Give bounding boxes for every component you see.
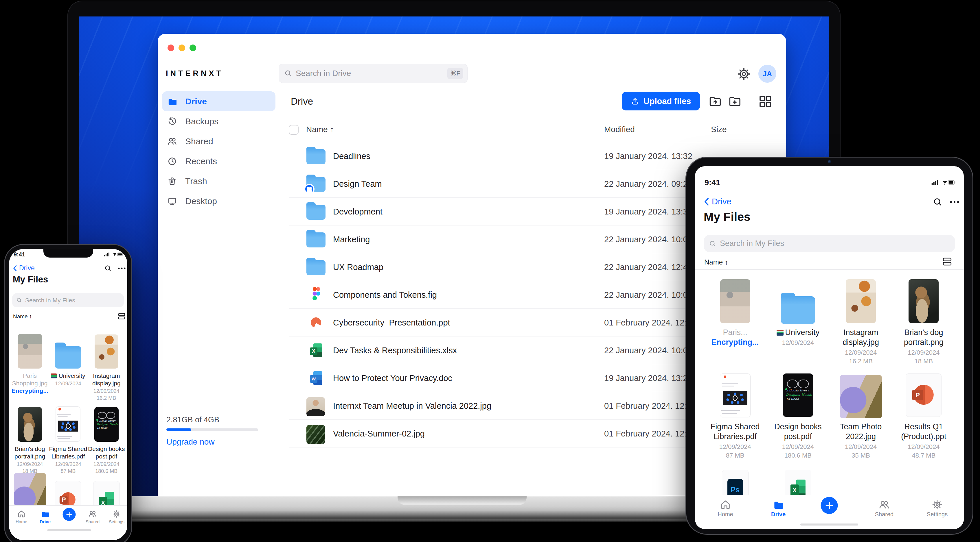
sidebar-item-label: Recents xyxy=(185,156,217,166)
column-modified[interactable]: Modified xyxy=(604,125,635,134)
nav-settings[interactable]: Settings xyxy=(927,499,948,518)
sort-by-name[interactable]: Name ↑ xyxy=(704,258,728,266)
sidebar-item-recents[interactable]: Recents xyxy=(162,151,275,171)
file-date: 12/09/2024 xyxy=(830,348,892,357)
nav-home[interactable]: Home xyxy=(718,499,733,518)
file-icon xyxy=(306,397,325,416)
sidebar-item-label: Shared xyxy=(185,136,213,146)
file-thumbnail: Ps xyxy=(840,375,882,418)
search-input[interactable]: Search in Drive ⌘F xyxy=(278,64,468,83)
file-name: Team Photo 2022.jpg xyxy=(830,422,892,441)
file-modified: 22 January 2024. 12:44 xyxy=(604,262,692,272)
grid-item[interactable]: Ps Paris... Encrypting... xyxy=(711,279,759,374)
file-thumbnail: Ps xyxy=(55,346,81,369)
grid-item[interactable]: Ps Figma Shared Libraries.pdf 12/09/2024… xyxy=(49,406,87,481)
grid-item[interactable]: Ps Team Photo 2022.jpg 12/09/2024 35 MB xyxy=(830,374,892,465)
file-modified: 22 January 2024. 09:2 xyxy=(604,179,688,189)
file-name: Components and Tokens.fig xyxy=(333,290,437,300)
add-button[interactable] xyxy=(63,508,76,521)
close-window-button[interactable] xyxy=(167,44,174,51)
nav-drive[interactable]: Drive xyxy=(40,510,51,524)
search-placeholder: Search in My Files xyxy=(720,239,784,248)
grid-view-button[interactable] xyxy=(759,95,772,108)
more-options-icon[interactable] xyxy=(118,267,126,269)
books-icon xyxy=(51,374,57,379)
nav-drive[interactable]: Drive xyxy=(771,499,786,518)
file-modified: 22 January 2024. 10:08 xyxy=(604,290,692,300)
grid-item[interactable]: Ps University 12/09/2024 xyxy=(776,279,820,374)
back-label: Drive xyxy=(19,264,35,272)
sidebar-item-label: Drive xyxy=(185,97,207,106)
phone-device: 9:41 Drive My Files Search in My Files N… xyxy=(5,245,131,542)
sidebar-item-label: Desktop xyxy=(185,196,217,206)
tablet-device: 9:41 Drive My Files Search in My Files N… xyxy=(686,157,972,534)
laptop-lid-notch xyxy=(398,496,527,505)
file-icon xyxy=(306,257,326,277)
add-button[interactable] xyxy=(821,497,838,514)
search-input[interactable]: Search in My Files xyxy=(12,293,124,307)
grid-item[interactable]: Ps Figma Shared Libraries.pdf 12/09/2024… xyxy=(704,374,766,465)
file-icon xyxy=(306,229,326,250)
file-grid: Ps Paris... Encrypting... xyxy=(704,279,955,529)
home-indicator[interactable] xyxy=(48,529,91,531)
settings-gear-button[interactable] xyxy=(737,67,751,81)
sidebar-item-shared[interactable]: Shared xyxy=(162,131,275,151)
list-view-toggle[interactable] xyxy=(943,258,951,266)
select-all-checkbox[interactable] xyxy=(289,125,299,135)
glasses-icon xyxy=(98,410,115,419)
file-name: University xyxy=(776,328,820,338)
sidebar-item-drive[interactable]: Drive xyxy=(162,91,275,111)
nav-shared[interactable]: Shared xyxy=(875,499,894,518)
back-button[interactable]: Drive xyxy=(704,197,732,206)
search-icon[interactable] xyxy=(933,197,943,207)
folder-icon xyxy=(167,97,177,106)
upload-folder-button[interactable] xyxy=(709,95,722,107)
powerpoint-icon xyxy=(61,492,75,507)
divider xyxy=(9,322,127,322)
more-options-icon[interactable] xyxy=(950,201,959,203)
sort-by-name[interactable]: Name ↑ xyxy=(13,313,32,320)
upgrade-link[interactable]: Upgrade now xyxy=(166,437,262,447)
new-folder-button[interactable] xyxy=(728,95,741,107)
page-title: Drive xyxy=(291,96,313,107)
grid-item[interactable]: Ps Brian's dog portrait.png 12/09/2024 1… xyxy=(892,279,955,374)
sidebar-item-backups[interactable]: Backups xyxy=(162,111,275,131)
nav-home[interactable]: Home xyxy=(16,510,27,524)
minimize-window-button[interactable] xyxy=(178,44,185,51)
grid-item[interactable]: 5 Books EveryDesigner NeedsTo Read Ps De… xyxy=(88,406,126,481)
sidebar-divider xyxy=(278,87,278,496)
file-thumbnail: 5 Books EveryDesigner NeedsTo Read Ps xyxy=(94,407,119,442)
avatar[interactable]: JA xyxy=(758,65,776,83)
grid-item[interactable]: Ps Brian's dog portrait.png 12/09/2024 1… xyxy=(11,406,49,481)
list-view-toggle[interactable] xyxy=(118,313,125,319)
grid-item[interactable]: Ps Instagram display.jpg 12/09/2024 16.2… xyxy=(830,279,892,374)
people-icon xyxy=(167,136,177,146)
toolbar-divider xyxy=(750,95,750,107)
header-divider xyxy=(158,87,786,87)
nav-shared[interactable]: Shared xyxy=(86,510,100,524)
upload-files-button[interactable]: Upload files xyxy=(622,92,700,111)
search-icon[interactable] xyxy=(104,265,112,272)
file-date: 12/09/2024 xyxy=(88,388,126,395)
back-button[interactable]: Drive xyxy=(13,264,35,272)
column-size[interactable]: Size xyxy=(711,125,727,134)
file-size: 48.7 MB xyxy=(892,451,955,460)
grid-item[interactable]: Ps Instagram display.jpg 12/09/2024 16.2… xyxy=(88,333,126,406)
grid-item[interactable]: Ps Results Q1 (Product).ppt 12/09/2024 4… xyxy=(892,374,955,465)
sidebar-item-label: Backups xyxy=(185,116,218,126)
nav-settings[interactable]: Settings xyxy=(109,510,124,524)
search-icon xyxy=(709,240,716,247)
file-modified: 22 January 2024. 10:08 xyxy=(604,345,692,355)
search-input[interactable]: Search in My Files xyxy=(704,235,955,252)
zoom-window-button[interactable] xyxy=(189,44,196,51)
file-date: 12/09/2024 xyxy=(88,461,126,468)
home-indicator[interactable] xyxy=(800,523,858,526)
file-thumbnail: Ps xyxy=(18,334,42,369)
search-placeholder: Search in My Files xyxy=(25,297,75,304)
sidebar-item-desktop[interactable]: Desktop xyxy=(162,191,275,211)
column-name[interactable]: Name ↑ xyxy=(306,125,334,134)
grid-item[interactable]: 5 Books EveryDesigner NeedsTo Read Ps De… xyxy=(767,374,829,465)
grid-item[interactable]: Ps Paris Shopping.jpg Encrypting... xyxy=(11,333,49,406)
sidebar-item-trash[interactable]: Trash xyxy=(162,171,275,191)
grid-item[interactable]: Ps University 12/09/2024 xyxy=(51,333,85,406)
